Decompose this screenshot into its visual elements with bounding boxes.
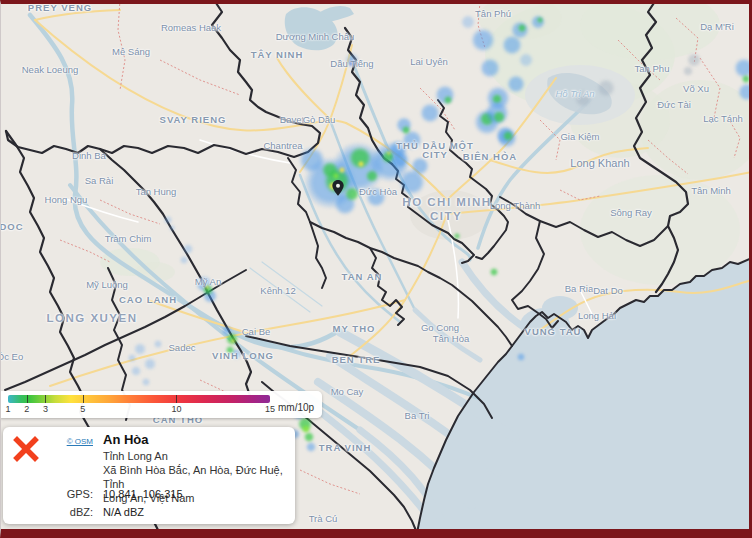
- dbz-value: N/A dBZ: [103, 506, 144, 518]
- legend-tick-label: 2: [24, 404, 29, 414]
- address-line: Xã Bình Hòa Bắc, An Hòa, Đức Huệ, Tỉnh: [103, 463, 285, 491]
- location-title: An Hòa: [103, 432, 149, 447]
- legend-tick-label: 10: [171, 404, 181, 414]
- legend-gradient-bar: [8, 395, 270, 403]
- legend-tick-label: 15: [265, 404, 275, 414]
- legend-tick-label: 5: [80, 404, 85, 414]
- precipitation-legend: 12351015 mm/10p: [0, 391, 322, 418]
- legend-bar-tick: [176, 395, 177, 403]
- gps-label: GPS:: [3, 488, 93, 500]
- legend-bar-tick: [83, 395, 84, 403]
- map-canvas[interactable]: PREY VENGRomeas HaekMê SángNeak LoeungSV…: [0, 0, 752, 538]
- legend-bar-tick: [45, 395, 46, 403]
- gps-value: 10.841, 106.315: [103, 488, 183, 500]
- legend-unit-label: mm/10p: [278, 402, 314, 413]
- legend-bar-tick: [27, 395, 28, 403]
- location-info-panel: © OSM An Hòa Tỉnh Long An Xã Bình Hòa Bắ…: [3, 427, 295, 524]
- location-marker-pin: [332, 178, 344, 198]
- address-line: Tỉnh Long An: [103, 449, 285, 463]
- osm-attribution-link[interactable]: © OSM: [3, 437, 93, 446]
- dbz-label: dBZ:: [3, 506, 93, 518]
- legend-tick-labels: 12351015: [0, 404, 322, 416]
- legend-tick-label: 3: [43, 404, 48, 414]
- legend-tick-label: 1: [5, 404, 10, 414]
